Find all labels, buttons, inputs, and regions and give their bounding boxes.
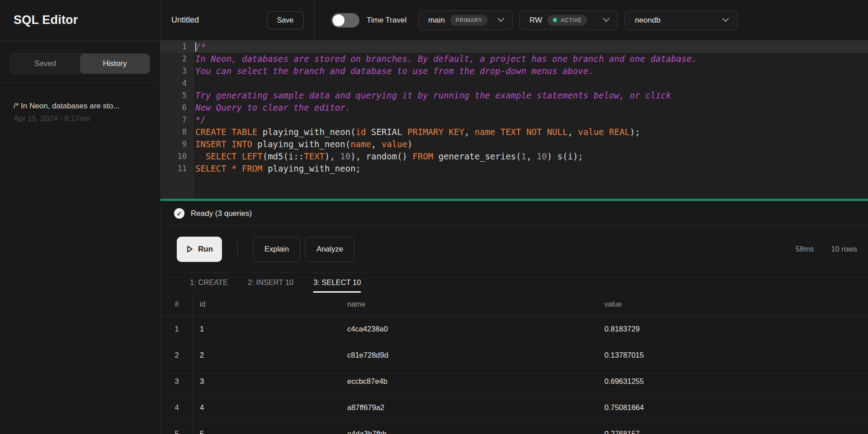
sidebar-header: SQL Editor	[0, 0, 160, 41]
code-line: SELECT LEFT(md5(i::TEXT), 10), random() …	[193, 150, 868, 163]
line-number: 1	[160, 41, 193, 53]
table-row: 22c81e728d9d0.13787015	[160, 342, 868, 369]
run-button[interactable]: Run	[177, 237, 222, 262]
table-cell: c4ca4238a0	[341, 325, 598, 333]
row-index-cell: 1	[160, 316, 193, 342]
sidebar: SQL Editor SavedHistory /* In Neon, data…	[0, 0, 160, 434]
table-row: 11c4ca4238a00.8183729	[160, 316, 868, 342]
explain-button[interactable]: Explain	[253, 237, 300, 262]
sidebar-tab-history[interactable]: History	[80, 54, 150, 74]
line-number: 10	[160, 150, 193, 163]
table-cell: eccbc87e4b	[341, 377, 598, 386]
history-list: /* In Neon, databases are sto...Apr 15, …	[0, 88, 160, 139]
sql-code-editor[interactable]: 1234567891011 /*In Neon, databases are s…	[160, 41, 868, 199]
table-cell: 5	[193, 429, 341, 434]
run-button-label: Run	[198, 245, 213, 254]
table-cell: 2	[193, 351, 341, 359]
table-cell: 1	[193, 325, 341, 333]
code-line: In Neon, databases are stored on branche…	[193, 53, 868, 65]
code-line: You can select the branch and database t…	[193, 65, 868, 77]
table-cell: a87ff679a2	[341, 403, 598, 412]
table-row: 55e4da3b7fbb0.2768157	[160, 421, 868, 434]
result-tab-3[interactable]: 3: SELECT 10	[313, 272, 361, 293]
compute-dropdown[interactable]: RW ACTIVE	[519, 10, 618, 30]
sidebar-tabs-section: SavedHistory	[0, 41, 160, 88]
column-header-index: #	[160, 293, 193, 316]
editor-code: /*In Neon, databases are stored on branc…	[193, 41, 868, 199]
table-cell: 4	[193, 403, 341, 412]
branch-name: main	[428, 16, 445, 25]
results-body: 11c4ca4238a00.818372922c81e728d9d0.13787…	[160, 316, 868, 434]
status-row: ✓ Ready (3 queries)	[160, 201, 868, 226]
chevron-down-icon	[498, 18, 504, 22]
table-cell: 3	[193, 377, 341, 386]
column-header-id: id	[193, 300, 341, 308]
code-line: SELECT * FROM playing_with_neon;	[193, 163, 868, 175]
results-header-row: #idnamevalue	[160, 293, 868, 316]
branch-dropdown[interactable]: main PRIMARY	[418, 10, 513, 30]
text-cursor	[195, 42, 196, 51]
line-number: 6	[160, 102, 193, 114]
table-cell: 0.13787015	[598, 351, 868, 359]
line-number: 9	[160, 138, 193, 150]
code-line: New Query to clear the editor.	[193, 102, 868, 114]
result-tab-2[interactable]: 2: INSERT 10	[248, 272, 293, 293]
compute-status-text: ACTIVE	[561, 17, 582, 23]
line-number: 2	[160, 53, 193, 65]
row-index-cell: 2	[160, 342, 193, 368]
active-status-dot-icon	[553, 18, 557, 22]
row-index-cell: 4	[160, 395, 193, 420]
topbar-divider	[314, 0, 315, 41]
code-line: /*	[193, 41, 868, 53]
code-line	[193, 77, 868, 89]
code-line: INSERT INTO playing_with_neon(name, valu…	[193, 138, 868, 150]
table-cell: 0.8183729	[598, 325, 868, 333]
line-number: 5	[160, 89, 193, 102]
ready-status-text: Ready (3 queries)	[191, 209, 252, 218]
compute-status-badge: ACTIVE	[547, 15, 587, 26]
result-tab-1[interactable]: 1: CREATE	[190, 272, 228, 293]
line-number: 3	[160, 65, 193, 77]
play-icon	[186, 245, 193, 253]
time-travel-toggle[interactable]	[331, 13, 359, 28]
table-cell: e4da3b7fbb	[341, 429, 598, 434]
query-duration: 58ms	[796, 245, 814, 253]
table-cell: 0.75081664	[598, 403, 868, 412]
sidebar-tab-saved[interactable]: Saved	[10, 54, 80, 74]
column-header-name: name	[341, 300, 598, 308]
check-circle-icon: ✓	[174, 208, 184, 219]
history-item-date: Apr 15, 2024 - 8:17am	[14, 114, 146, 123]
database-name: neondb	[635, 16, 660, 25]
table-cell: 0.69631255	[598, 377, 868, 386]
branch-primary-badge: PRIMARY	[450, 15, 488, 26]
query-name: Untitled	[171, 15, 199, 25]
sql-editor-app: SQL Editor SavedHistory /* In Neon, data…	[0, 0, 868, 434]
table-row: 44a87ff679a20.75081664	[160, 395, 868, 421]
analyze-button[interactable]: Analyze	[305, 237, 354, 262]
line-number: 8	[160, 126, 193, 138]
toggle-knob-icon	[333, 14, 344, 26]
result-tabs: 1: CREATE2: INSERT 103: SELECT 10	[160, 272, 868, 293]
database-dropdown[interactable]: neondb	[624, 10, 738, 30]
row-index-cell: 3	[160, 369, 193, 394]
chevron-down-icon	[722, 18, 729, 22]
chevron-down-icon	[603, 18, 609, 22]
code-line: CREATE TABLE playing_with_neon(id SERIAL…	[193, 126, 868, 138]
main-panel: Untitled Save Time Travel main PRIMARY R…	[160, 0, 868, 434]
editor-gutter: 1234567891011	[160, 41, 193, 199]
time-travel-label: Time Travel	[367, 16, 406, 25]
actions-row: Run Explain Analyze 58ms 10 rows	[160, 226, 868, 272]
history-item[interactable]: /* In Neon, databases are sto...Apr 15, …	[0, 99, 160, 128]
table-cell: 0.2768157	[598, 429, 868, 434]
table-row: 33eccbc87e4b0.69631255	[160, 369, 868, 395]
line-number: 4	[160, 77, 193, 89]
save-button[interactable]: Save	[267, 11, 304, 29]
compute-mode: RW	[529, 16, 542, 25]
query-metrics: 58ms 10 rows	[796, 245, 857, 253]
code-line: Try generating sample data and querying …	[193, 89, 868, 102]
line-number: 11	[160, 163, 193, 175]
row-index-cell: 5	[160, 421, 193, 434]
results-table: #idnamevalue 11c4ca4238a00.818372922c81e…	[160, 293, 868, 434]
history-item-title: /* In Neon, databases are sto...	[14, 102, 146, 111]
line-number: 7	[160, 114, 193, 126]
